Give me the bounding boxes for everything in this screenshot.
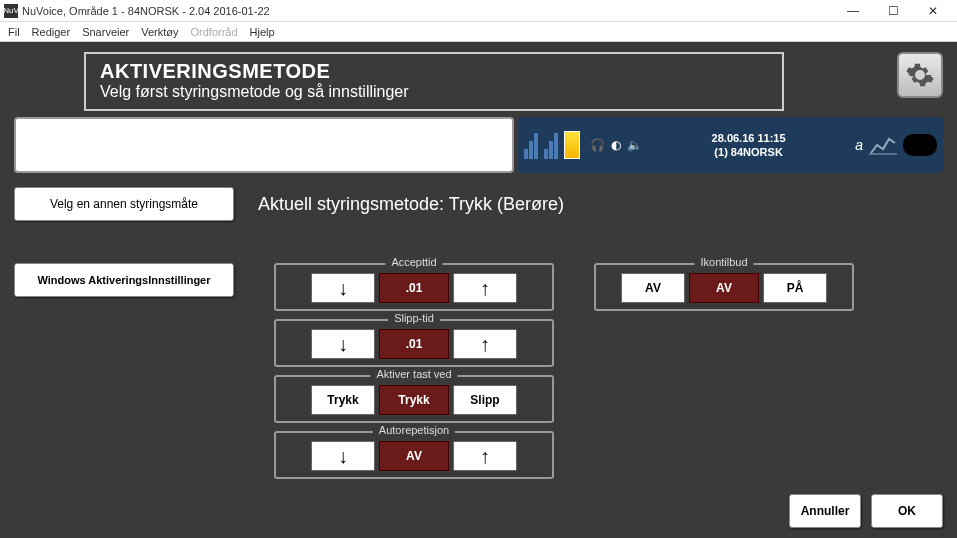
arrow-down-icon: ↓ (338, 446, 348, 466)
menubar: Fil Rediger Snarveier Verktøy Ordforråd … (0, 22, 957, 42)
group-ikontilbud: Ikontilbud AV AV PÅ (594, 263, 854, 311)
choose-other-mode-button[interactable]: Velg en annen styringsmåte (14, 187, 234, 221)
status-datetime: 28.06.16 11:15 (650, 131, 847, 145)
slipptid-value: .01 (379, 329, 449, 359)
mini-icons: 🎧 ◐ 🔈 (590, 138, 642, 152)
group-label-aktiver: Aktiver tast ved (370, 368, 457, 380)
gear-icon (905, 60, 935, 90)
aktiver-value: Trykk (379, 385, 449, 415)
autorep-increase-button[interactable]: ↑ (453, 441, 517, 471)
status-panel: 🎧 ◐ 🔈 28.06.16 11:15 (1) 84NORSK a (518, 117, 943, 173)
group-label-autorep: Autorepetisjon (373, 424, 455, 436)
close-button[interactable]: ✕ (913, 1, 953, 21)
menu-fil[interactable]: Fil (8, 26, 20, 38)
menu-rediger[interactable]: Rediger (32, 26, 71, 38)
arrow-up-icon: ↑ (480, 446, 490, 466)
volume-bars-icon (524, 131, 538, 159)
battery-icon (564, 131, 580, 159)
menu-ordforrad[interactable]: Ordforråd (191, 26, 238, 38)
minimize-button[interactable]: — (833, 1, 873, 21)
accepttid-value: .01 (379, 273, 449, 303)
app-icon: NuV (4, 4, 18, 18)
page-title: AKTIVERINGSMETODE (100, 60, 768, 83)
page-subtitle: Velg først styringsmetode og så innstill… (100, 83, 768, 101)
accepttid-increase-button[interactable]: ↑ (453, 273, 517, 303)
ikontilbud-pa-option[interactable]: PÅ (763, 273, 827, 303)
group-accepttid: Accepttid ↓ .01 ↑ (274, 263, 554, 311)
aktiver-trykk-option[interactable]: Trykk (311, 385, 375, 415)
group-autorep: Autorepetisjon ↓ AV ↑ (274, 431, 554, 479)
slipptid-increase-button[interactable]: ↑ (453, 329, 517, 359)
text-output-area[interactable] (14, 117, 514, 173)
arrow-up-icon: ↑ (480, 278, 490, 298)
settings-gear-button[interactable] (897, 52, 943, 98)
ikontilbud-value: AV (689, 273, 759, 303)
slipptid-decrease-button[interactable]: ↓ (311, 329, 375, 359)
group-label-ikontilbud: Ikontilbud (694, 256, 753, 268)
accepttid-decrease-button[interactable]: ↓ (311, 273, 375, 303)
autorep-decrease-button[interactable]: ↓ (311, 441, 375, 471)
status-area: (1) 84NORSK (650, 145, 847, 159)
group-label-slipptid: Slipp-tid (388, 312, 440, 324)
chart-icon[interactable] (869, 135, 897, 155)
menu-hjelp[interactable]: Hjelp (250, 26, 275, 38)
speech-bubble-icon[interactable] (903, 134, 937, 156)
current-mode-label: Aktuell styringsmetode: Trykk (Berøre) (258, 194, 564, 215)
ok-button[interactable]: OK (871, 494, 943, 528)
menu-snarveier[interactable]: Snarveier (82, 26, 129, 38)
autorep-value: AV (379, 441, 449, 471)
ikontilbud-av-option[interactable]: AV (621, 273, 685, 303)
group-slipptid: Slipp-tid ↓ .01 ↑ (274, 319, 554, 367)
window-controls: — ☐ ✕ (833, 1, 953, 21)
group-label-accepttid: Accepttid (385, 256, 442, 268)
window-titlebar: NuV NuVoice, Område 1 - 84NORSK - 2.04 2… (0, 0, 957, 22)
eye-icon: ◐ (611, 138, 621, 152)
aktiver-slipp-option[interactable]: Slipp (453, 385, 517, 415)
font-size-indicator[interactable]: a (855, 137, 863, 153)
app-body: AKTIVERINGSMETODE Velg først styringsmet… (0, 42, 957, 538)
signal-bars-icon (544, 131, 558, 159)
group-aktiver-tast: Aktiver tast ved Trykk Trykk Slipp (274, 375, 554, 423)
footer-buttons: Annuller OK (789, 494, 943, 528)
window-title: NuVoice, Område 1 - 84NORSK - 2.04 2016-… (22, 5, 833, 17)
cancel-button[interactable]: Annuller (789, 494, 861, 528)
arrow-down-icon: ↓ (338, 278, 348, 298)
header-box: AKTIVERINGSMETODE Velg først styringsmet… (84, 52, 784, 111)
arrow-down-icon: ↓ (338, 334, 348, 354)
arrow-up-icon: ↑ (480, 334, 490, 354)
maximize-button[interactable]: ☐ (873, 1, 913, 21)
windows-activation-settings-button[interactable]: Windows AktiveringsInnstillinger (14, 263, 234, 297)
headphones-icon: 🎧 (590, 138, 605, 152)
menu-verktoy[interactable]: Verktøy (141, 26, 178, 38)
speaker-icon: 🔈 (627, 138, 642, 152)
